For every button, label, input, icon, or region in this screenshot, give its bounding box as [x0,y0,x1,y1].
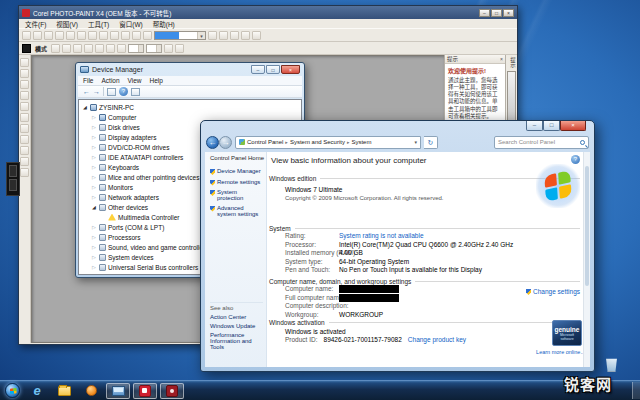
toolbar-icon[interactable] [110,31,119,40]
tree-expander-icon[interactable]: ▷ [91,264,97,270]
toolbar-icon[interactable] [230,31,239,40]
corel-title-bar[interactable]: Corel PHOTO-PAINT X4 (OEM 版本 - 不可转售) – □… [19,6,517,19]
toolbar-icon[interactable] [44,31,53,40]
toolbar-icon[interactable] [55,31,64,40]
toolbar-icon[interactable] [20,113,29,122]
sidebar-link[interactable]: Remote settings [210,179,266,186]
maximize-button[interactable]: □ [266,65,280,74]
help-icon[interactable]: ? [119,87,128,96]
toolbar-icon[interactable] [219,31,228,40]
windows-explorer-button[interactable] [52,383,76,399]
search-input[interactable]: Search Control Panel [494,136,589,149]
sidebar-item-home[interactable]: Control Panel Home [210,155,266,161]
internet-explorer-button[interactable]: e [25,383,49,399]
minimize-button[interactable]: – [526,121,543,131]
dm-menu-item[interactable]: Help [150,77,163,84]
toolbar-icon[interactable] [20,146,29,155]
toolbar-icon[interactable] [88,31,97,40]
toolbar-icon[interactable] [241,31,250,40]
docker-close-icon[interactable]: × [500,56,503,62]
see-also-link[interactable]: Performance Information and Tools [210,332,263,350]
minimize-button[interactable]: – [479,9,490,17]
system-window-button[interactable] [106,383,130,399]
chevron-down-icon[interactable]: ▾ [197,32,205,39]
device-manager-title-bar[interactable]: Device Manager – □ × [76,63,304,76]
back-button[interactable]: ← [206,136,219,149]
toolbar-icon[interactable] [20,102,29,111]
maximize-button[interactable]: □ [543,121,560,131]
toolbar-icon[interactable] [77,31,86,40]
vertical-scrollbar[interactable] [583,152,590,367]
learn-more-link[interactable]: Learn more online... [536,349,585,355]
toolbar-icon[interactable] [66,31,75,40]
toolbar-icon[interactable] [117,44,126,53]
toolbar-icon[interactable] [20,69,29,78]
floating-tool-icon[interactable] [9,165,17,177]
floating-tool-icon[interactable] [9,179,17,191]
dm-menu-item[interactable]: File [83,77,93,84]
toolbar-icon[interactable] [20,135,29,144]
help-icon[interactable]: ? [571,155,580,164]
tree-expander-icon[interactable]: ▷ [91,194,97,200]
tree-expander-icon[interactable]: ▷ [91,174,97,180]
list-view-icon[interactable] [107,88,116,96]
breadcrumb-item[interactable]: Control Panel [247,139,283,145]
tree-expander-icon[interactable]: ▷ [91,134,97,140]
docker-vertical-tab[interactable]: 提示 [506,55,517,70]
sidebar-link[interactable]: Advanced system settings [210,205,266,217]
refresh-button[interactable]: ↻ [424,136,438,149]
toolbar-icon[interactable] [20,58,29,67]
minimize-button[interactable]: – [251,65,265,74]
docker-header[interactable]: 提示 × [445,55,505,64]
tree-expander-icon[interactable]: ◢ [91,204,97,210]
corel-menu-item[interactable]: 视图(V) [56,19,78,29]
tree-expander-icon[interactable]: ▷ [91,124,97,130]
breadcrumb-dropdown-icon[interactable]: ▾ [414,139,417,145]
toolbar-icon[interactable] [132,31,141,40]
maximize-button[interactable]: □ [491,9,502,17]
width-stepper[interactable] [128,44,144,53]
corel-photopaint-button[interactable] [133,383,157,399]
tree-item[interactable]: ◢ZYSINR-PC [79,102,301,112]
sidebar-link[interactable]: System protection [210,189,266,201]
close-button[interactable]: × [503,9,514,17]
floating-toolbox[interactable] [6,162,20,196]
toolbar-icon[interactable] [51,44,60,53]
tree-expander-icon[interactable]: ▷ [91,154,97,160]
tree-expander-icon[interactable]: ▷ [91,144,97,150]
toolbar-icon[interactable] [106,44,115,53]
toolbar-icon[interactable] [164,44,173,53]
zoom-combo[interactable]: ▾ [154,31,206,40]
breadcrumb-item[interactable]: System and Security [290,139,345,145]
corel-menu-item[interactable]: 窗口(W) [119,19,142,29]
mode-icon[interactable] [22,44,31,53]
corel-menu-item[interactable]: 文件(F) [25,19,46,29]
tree-expander-icon[interactable]: ▷ [91,234,97,240]
dm-menu-item[interactable]: View [128,77,142,84]
see-also-link[interactable]: Windows Update [210,323,263,329]
toolbar-icon[interactable] [175,44,184,53]
toolbar-icon[interactable] [95,44,104,53]
tree-expander-icon[interactable]: ▷ [91,244,97,250]
change-settings-link[interactable]: Change settings [526,288,580,295]
corel-menu-item[interactable]: 工具(T) [88,19,109,29]
back-icon[interactable]: ← [83,87,90,97]
forward-button[interactable]: → [219,136,232,149]
toolbar-icon[interactable] [20,124,29,133]
toolbar-icon[interactable] [252,31,261,40]
close-button[interactable]: × [560,121,586,131]
corel-app-button[interactable] [160,383,184,399]
forward-icon[interactable]: → [93,87,100,97]
change-product-key-link[interactable]: Change product key [408,336,466,343]
toolbar-icon[interactable] [121,31,130,40]
sidebar-link[interactable]: Device Manager [210,168,266,175]
recycle-bin-icon[interactable] [605,357,618,372]
toolbar-icon[interactable] [20,168,29,177]
tree-expander-icon[interactable]: ▷ [91,224,97,230]
toolbar-icon[interactable] [73,44,82,53]
info-value-link[interactable]: System rating is not available [339,232,424,239]
tree-expander-icon[interactable]: ▷ [91,164,97,170]
toolbar-icon[interactable] [84,44,93,53]
media-app-button[interactable] [79,383,103,399]
toolbar-icon[interactable] [20,80,29,89]
